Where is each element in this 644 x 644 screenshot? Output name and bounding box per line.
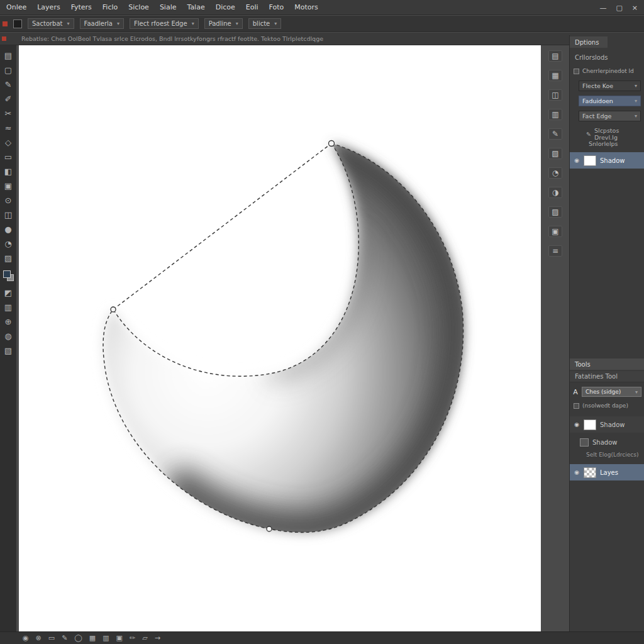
paths-icon[interactable]: ▥ [548,109,562,120]
hand-tool-icon[interactable]: ◍ [3,332,14,341]
pattern-tool-icon[interactable]: ▨ [3,254,14,263]
menu-item-8[interactable]: Eoli [246,3,258,11]
texture-icon[interactable]: ▨ [548,206,562,218]
minimize-button[interactable]: — [599,4,606,12]
selection-tool-icon[interactable]: ▤ [3,52,14,60]
layer-row-layers-selected[interactable]: ◉ Layes [570,464,644,480]
visibility-eye-icon[interactable]: ◉ [574,421,580,428]
channels-icon[interactable]: ◫ [548,89,562,101]
grid-icon[interactable]: ▦ [89,635,96,641]
blend-mode-row[interactable]: (nsolwedt dape) [574,402,628,409]
smudge-tool-icon[interactable]: ≈ [3,124,14,133]
rows-icon[interactable]: ▥ [103,635,109,641]
sub-option-row[interactable]: Snlorlelps [589,140,618,147]
zoom-level-icon[interactable]: ⊗ [36,635,42,641]
pen-icon[interactable]: ✎ [62,635,67,641]
mask-tool-icon[interactable]: ◩ [3,289,14,297]
pen-tool-icon[interactable]: ✎ [3,80,14,89]
options-dropdown-2[interactable]: Flect rfoest Edge ▾ [130,18,199,29]
layer-row-shadow-selected[interactable]: ◉ Shadow [570,152,644,169]
type-style-label: Ches (sidge) [586,389,621,395]
menu-item-10[interactable]: Motors [294,3,318,11]
close-button[interactable]: × [632,4,638,12]
options-dropdown-4[interactable]: blicte ▾ [248,18,282,29]
eraser-tool-icon[interactable]: ◔ [3,240,14,248]
effect-row-shadow[interactable]: Shadow [570,435,644,449]
patterns-icon[interactable]: ▧ [548,148,562,159]
select-mode[interactable]: Flecte Koe ▾ [579,80,641,91]
dodge-tool-icon[interactable]: ⊙ [3,196,14,205]
red-marker-icon [3,21,8,26]
menu-item-2[interactable]: Fyters [71,3,92,11]
brush-tool-icon[interactable]: ● [3,225,14,234]
menu-item-3[interactable]: Ficlo [103,3,118,11]
crop-icon[interactable]: ▭ [48,635,55,641]
layers-panel-icon[interactable]: ▣ [548,226,562,237]
active-tool-icon[interactable] [13,19,22,28]
menu-item-0[interactable]: Onlee [6,3,26,11]
visibility-eye-icon[interactable]: ◉ [574,157,580,164]
crop-tool-icon[interactable]: ▭ [3,153,14,162]
marquee-tool-icon[interactable]: ▢ [3,66,14,75]
slice-tool-icon[interactable]: ▥ [3,303,14,312]
select-edge[interactable]: Fact Edge ▾ [579,111,641,121]
anchor-point-top[interactable] [329,141,335,147]
properties-icon[interactable]: ≡ [548,245,562,257]
property-row[interactable]: Cherrlerpinedot ld [574,68,634,74]
layer-thumbnail[interactable] [584,419,596,430]
histogram-icon[interactable]: ▦ [548,70,562,81]
cut-tool-icon[interactable]: ✂ [3,109,14,118]
menu-item-4[interactable]: Sicloe [128,3,149,11]
anchor-point-left[interactable] [111,307,116,312]
menu-item-6[interactable]: Talae [187,3,204,11]
menu-item-7[interactable]: Dicoe [216,3,235,11]
anchor-point-bottom[interactable] [267,526,272,531]
clone-tool-icon[interactable]: ◫ [3,211,14,219]
layer-thumbnail-transparent[interactable] [584,467,596,478]
brush-settings-icon[interactable]: ✎ [548,128,562,140]
frame-icon[interactable]: ▣ [116,635,123,641]
chevron-down-icon: ▾ [635,389,638,395]
foreground-color-swatch[interactable] [3,270,11,278]
options-dropdown-1[interactable]: Faadlerla ▾ [80,18,124,29]
shape-tool-icon[interactable]: ◇ [3,138,14,147]
ellipse-icon[interactable]: ◯ [74,635,82,641]
options-dropdown-0[interactable]: Sactorbat ▾ [28,18,74,29]
layer-thumbnail[interactable] [584,155,596,166]
zoom-tool-icon[interactable]: ⊕ [3,318,14,326]
gradient-tool-icon[interactable]: ◧ [3,167,14,176]
layer-row-shadow[interactable]: ◉ Shadow [570,416,644,433]
pencil-tool-icon[interactable]: ✐ [3,95,14,104]
tab-options[interactable]: Dptions [570,36,608,48]
color-wheel-icon[interactable]: ◔ [548,167,562,179]
visibility-eye-icon[interactable]: ◉ [574,469,580,475]
skew-icon[interactable]: ▱ [142,635,147,641]
chevron-down-icon: ▾ [236,21,238,26]
menu-item-9[interactable]: Foto [269,3,284,11]
menu-item-1[interactable]: Layers [37,3,60,11]
color-swatch[interactable] [3,270,14,281]
tool-name-row[interactable]: Fatatines Tool [570,371,644,382]
pencil-icon[interactable]: ✏ [130,635,135,641]
canvas[interactable] [19,45,541,632]
options-dropdown-3[interactable]: Padline ▾ [204,18,243,29]
record-icon[interactable]: ◉ [23,635,29,641]
menu-item-5[interactable]: Siale [160,3,177,11]
brush-settings-row[interactable]: ✎ Slcpstos Drevl.Ig [586,127,644,141]
arrow-icon[interactable]: → [155,635,160,641]
chevron-down-icon: ▾ [635,113,637,119]
chevron-down-icon: ▾ [192,21,194,26]
type-style-dropdown[interactable]: Ches (sidge) ▾ [582,387,641,397]
select-feather[interactable]: Faduidoen ▾ [579,96,641,106]
contrast-icon[interactable]: ◑ [548,187,562,198]
frame-tool-icon[interactable]: ▣ [3,182,14,191]
panel-toggle-icon[interactable]: ▤ [548,50,562,62]
tools-section-header[interactable]: Tools [570,358,644,370]
dropdown-label: blicte [253,20,270,27]
fill-tool-icon[interactable]: ▧ [3,347,14,355]
maximize-button[interactable]: ▢ [616,4,622,12]
selection-chord[interactable] [113,143,331,309]
options-bar: Sactorbat ▾ Faadlerla ▾ Flect rfoest Edg… [0,16,644,32]
left-toolbar: ▤ ▢ ✎ ✐ ✂ ≈ ◇ ▭ ◧ ▣ ⊙ ◫ ● ◔ ▨ ◩ ▥ ⊕ ◍ ▧ [0,45,16,631]
property-icon [574,69,579,74]
